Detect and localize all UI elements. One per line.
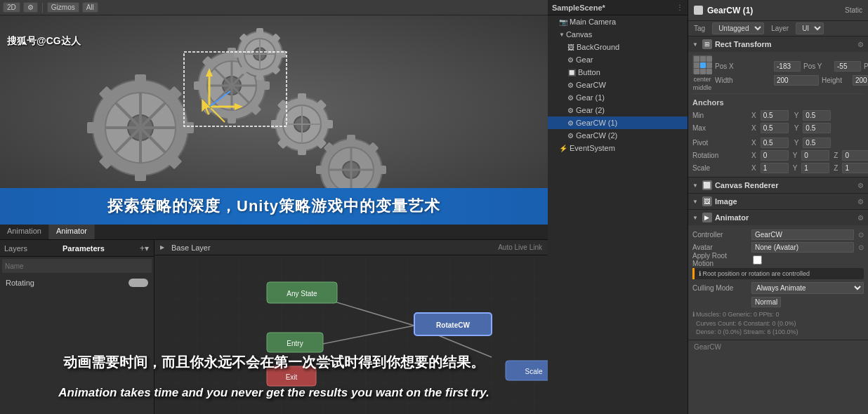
obj-active-checkbox[interactable] [694, 6, 703, 15]
info-icon: ℹ [699, 270, 701, 277]
height-input[interactable] [853, 75, 868, 86]
scale-row: Scale X Y Z [692, 161, 864, 174]
toolbar-all-btn[interactable]: All [82, 2, 98, 13]
subtitle-area: Animation Animator Layers Parameters +▾ [0, 225, 548, 414]
subtitle-cn: 动画需要时间，而且你永远不会在第一次尝试时得到你想要的结果。 [0, 353, 548, 372]
gear-large [87, 74, 194, 181]
hierarchy-label-eventsystem: EventSystem [570, 144, 615, 152]
anchors-min-x[interactable] [761, 110, 789, 121]
hierarchy-item-gearcw1[interactable]: ⚙ GearCW (1) [548, 116, 688, 129]
ac5 [700, 62, 706, 68]
hierarchy-item-button[interactable]: 🔲 Button [548, 66, 688, 79]
rotation-y-input[interactable] [801, 150, 829, 161]
animator-comp-icon: ▶ [702, 213, 712, 222]
anchors-max-x[interactable] [761, 123, 789, 133]
viewport-toolbar: 2D ⚙ Gizmos All [0, 0, 548, 15]
controller-value[interactable]: GearCW [751, 229, 854, 240]
svg-rect-63 [316, 166, 323, 174]
eventsys-icon: ⚡ [559, 145, 567, 152]
image-section: ▼ 🖼 Image ⚙ [688, 194, 868, 210]
muscles-info: ℹ Muscles: 0 Generic: 0 PPts: 0 Curves C… [692, 310, 864, 337]
scale-x-input[interactable] [761, 163, 789, 173]
pos-x-input[interactable] [774, 61, 801, 72]
cr-settings-btn[interactable]: ⚙ [857, 182, 864, 189]
controller-browse-btn[interactable]: ⊙ [858, 231, 864, 239]
animator-header[interactable]: ▼ ▶ Animator ⚙ [688, 210, 868, 225]
width-input[interactable] [774, 75, 819, 86]
avatar-value: None (Avatar) [751, 242, 854, 253]
tab-animation[interactable]: Animation [0, 225, 49, 239]
rect-transform-icon: ⊞ [702, 39, 712, 49]
hierarchy-title: SampleScene* [552, 4, 605, 12]
hierarchy-label-button: Button [578, 68, 600, 76]
pivot-y-input[interactable] [803, 138, 831, 148]
inspector-panel: GearCW (1) Static Tag Untagged Layer UI … [688, 0, 868, 414]
tag-layer-row: Tag Untagged Layer UI [688, 21, 868, 36]
add-param-btn[interactable]: +▾ [140, 243, 149, 253]
hierarchy-item-background[interactable]: 🖼 BackGround [548, 41, 688, 53]
hierarchy-item-gear1[interactable]: ⚙ Gear (1) [548, 91, 688, 104]
svg-rect-6 [184, 122, 194, 133]
param-search-input[interactable] [5, 262, 149, 270]
scale-y-label: Y [793, 164, 798, 172]
rect-transform-title: Rect Transform [715, 40, 772, 48]
parameters-label: Parameters [63, 244, 105, 253]
pos-y-label: Pos Y [803, 62, 831, 70]
anchor-grid[interactable] [692, 55, 712, 74]
hierarchy-item-gear[interactable]: ⚙ Gear [548, 53, 688, 66]
hierarchy-item-gearcw2[interactable]: ⚙ GearCW (2) [548, 129, 688, 142]
toolbar-gizmos-btn[interactable]: Gizmos [47, 2, 79, 13]
right-split: SampleScene* ⋮ 📷 Main Camera ▼ Canvas 🖼 … [548, 0, 868, 414]
scale-x-label: X [751, 164, 756, 172]
gear-icon-h2: ⚙ [567, 81, 574, 89]
param-toggle[interactable] [129, 279, 148, 287]
hierarchy-item-eventsystem[interactable]: ⚡ EventSystem [548, 142, 688, 154]
anchors-min-y[interactable] [803, 110, 831, 121]
hierarchy-item-main-camera[interactable]: 📷 Main Camera [548, 15, 688, 28]
svg-rect-22 [194, 81, 202, 90]
hierarchy-item-gearcw[interactable]: ⚙ GearCW [548, 79, 688, 91]
ac4 [694, 62, 699, 68]
avatar-browse-btn[interactable]: ⊙ [858, 243, 864, 251]
layer-dropdown[interactable]: UI [796, 22, 824, 34]
rotation-z-input[interactable] [842, 150, 868, 161]
hierarchy-menu-btn[interactable]: ⋮ [676, 4, 683, 11]
rect-transform-header[interactable]: ▼ ⊞ Rect Transform ⚙ [688, 36, 868, 52]
toolbar-2d-btn[interactable]: 2D [3, 2, 20, 13]
toolbar-gear-btn[interactable]: ⚙ [23, 2, 38, 13]
culling-mode-label: Culling Mode [692, 284, 749, 292]
image-title: Image [715, 197, 737, 206]
ac1 [694, 56, 699, 62]
anim-settings-btn[interactable]: ⚙ [857, 214, 864, 222]
svg-rect-50 [271, 120, 278, 128]
rotation-x-input[interactable] [761, 150, 789, 161]
tag-dropdown[interactable]: Untagged [712, 22, 764, 34]
scale-z-input[interactable] [842, 163, 868, 173]
canvas-renderer-header[interactable]: ▼ ⬜ Canvas Renderer ⚙ [688, 178, 868, 193]
hierarchy-item-gear2[interactable]: ⚙ Gear (2) [548, 104, 688, 116]
tab-animator[interactable]: Animator [49, 225, 95, 239]
scale-y-input[interactable] [801, 163, 829, 173]
image-header[interactable]: ▼ 🖼 Image ⚙ [688, 194, 868, 209]
svg-text:Entry: Entry [287, 340, 303, 347]
culling-mode-dropdown[interactable]: Always Animate [751, 282, 864, 294]
image-icon: 🖼 [702, 196, 712, 206]
ac2 [700, 56, 706, 62]
layers-label: Layers [4, 244, 27, 253]
base-layer-label: Base Layer [171, 243, 211, 252]
rt-settings-btn[interactable]: ⚙ [857, 41, 864, 48]
apply-root-motion-checkbox[interactable] [753, 255, 762, 265]
hierarchy-label-gearcw: GearCW [576, 81, 606, 89]
animator-tabs: Animation Animator [0, 225, 548, 240]
anchors-max-y[interactable] [803, 123, 831, 133]
root-motion-info: ℹ Root position or rotation are controll… [692, 268, 864, 279]
img-settings-btn[interactable]: ⚙ [857, 198, 864, 206]
rot-y-label: Y [793, 152, 798, 159]
pivot-x-input[interactable] [761, 138, 789, 148]
pos-y-input[interactable] [834, 61, 861, 72]
rect-fold-arrow: ▼ [692, 41, 698, 48]
hierarchy-panel: SampleScene* ⋮ 📷 Main Camera ▼ Canvas 🖼 … [548, 0, 688, 414]
hierarchy-item-canvas[interactable]: ▼ Canvas [548, 28, 688, 41]
svg-rect-34 [256, 28, 263, 34]
animator-comp-body: Controller GearCW ⊙ Avatar None (Avatar)… [688, 225, 868, 340]
